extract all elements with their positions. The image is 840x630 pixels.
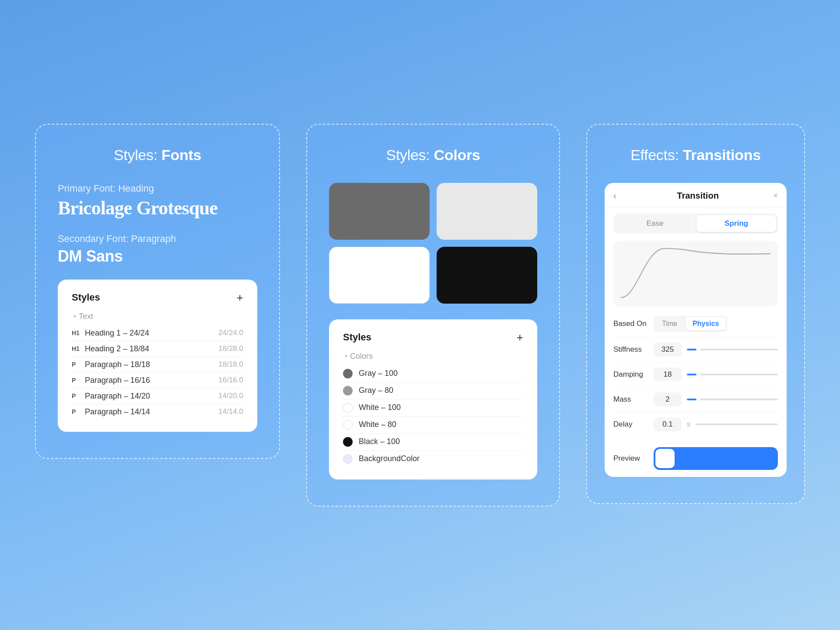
tab-spring[interactable]: Spring — [696, 215, 776, 232]
fonts-styles-panel: Styles + ▾ Text H1 Heading 1 – 24/24 24/… — [58, 280, 257, 432]
based-on-tab-group: Time Physics — [654, 316, 727, 332]
based-on-label: Based On — [613, 319, 648, 328]
colors-section-label: Colors — [350, 352, 373, 361]
mass-value: 2 — [654, 392, 682, 406]
style-value: 24/24.0 — [218, 329, 243, 337]
color-name: BackgroundColor — [359, 454, 420, 463]
colors-title-prefix: Styles: — [386, 147, 434, 163]
mass-track — [700, 399, 778, 400]
secondary-font-name: DM Sans — [58, 247, 257, 266]
preview-row: Preview — [605, 441, 787, 477]
tab-physics[interactable]: Physics — [686, 317, 726, 330]
delay-label: Delay — [613, 420, 648, 429]
delay-value: 0.1 — [654, 417, 682, 431]
modal-title: Transition — [623, 191, 774, 201]
style-value: 14/14.0 — [218, 407, 243, 416]
swatch-white — [329, 247, 430, 304]
color-list-item: BackgroundColor — [343, 451, 523, 467]
modal-back-button[interactable]: ‹ — [613, 191, 616, 201]
secondary-font-label: Secondary Font: Paragraph — [58, 233, 257, 245]
color-dot — [343, 386, 353, 396]
modal-close-button[interactable]: × — [773, 191, 778, 200]
secondary-font-section: Secondary Font: Paragraph DM Sans — [58, 233, 257, 266]
delay-slider[interactable] — [696, 424, 778, 425]
mass-label: Mass — [613, 395, 648, 404]
modal-header: ‹ Transition × — [605, 183, 787, 207]
fonts-panel-add-button[interactable]: + — [237, 292, 243, 303]
style-value: 18/18.0 — [218, 360, 243, 369]
style-name: Paragraph – 18/18 — [85, 360, 215, 369]
stiffness-row: Stiffness 325 — [613, 337, 778, 362]
colors-card-title: Styles: Colors — [329, 147, 537, 164]
colors-styles-panel: Styles + ▾ Colors Gray – 100 Gray – 80 W… — [329, 319, 537, 480]
modal-tabs: Ease Spring — [613, 214, 778, 234]
fonts-panel-header: Styles + — [72, 292, 243, 303]
color-swatches-grid — [329, 183, 537, 304]
font-style-item: H1 Heading 2 – 18/84 18/28.0 — [72, 341, 243, 357]
toggle-knob — [655, 449, 675, 468]
color-dot — [343, 369, 353, 378]
damping-slider[interactable] — [687, 374, 778, 375]
tab-ease[interactable]: Ease — [615, 215, 695, 232]
swatch-black — [437, 247, 537, 304]
mass-row: Mass 2 — [613, 387, 778, 412]
fonts-title-prefix: Styles: — [114, 147, 161, 163]
stiffness-slider[interactable] — [687, 349, 778, 350]
delay-row: Delay 0.1 s — [613, 412, 778, 437]
colors-list: Gray – 100 Gray – 80 White – 100 White –… — [343, 365, 523, 467]
chevron-icon: ▾ — [345, 353, 347, 359]
fonts-card-title: Styles: Fonts — [58, 147, 257, 164]
primary-font-section: Primary Font: Heading Bricolage Grotesqu… — [58, 183, 257, 219]
font-style-item: P Paragraph – 14/14 14/14.0 — [72, 404, 243, 420]
style-tag: P — [72, 361, 81, 368]
swatch-gray — [329, 183, 430, 240]
color-dot — [343, 437, 353, 447]
transition-modal: ‹ Transition × Ease Spring Based On — [605, 183, 787, 477]
transitions-title-bold: Transitions — [683, 147, 761, 163]
slider-minus-icon — [687, 399, 696, 400]
swatch-lightgray — [437, 183, 537, 240]
colors-card: Styles: Colors Styles + ▾ Colors Gray – … — [306, 124, 560, 507]
style-name: Heading 1 – 24/24 — [85, 329, 215, 338]
colors-panel-title: Styles — [343, 332, 371, 343]
style-value: 16/16.0 — [218, 376, 243, 385]
style-name: Paragraph – 14/14 — [85, 407, 215, 416]
transitions-card: Effects: Transitions ‹ Transition × Ease… — [586, 124, 805, 504]
slider-minus-icon — [687, 374, 696, 375]
colors-section-header: ▾ Colors — [343, 352, 523, 361]
delay-track — [696, 424, 778, 425]
damping-label: Damping — [613, 370, 648, 379]
stiffness-track — [700, 349, 778, 350]
style-value: 14/20.0 — [218, 392, 243, 400]
colors-title-bold: Colors — [434, 147, 480, 163]
color-name: Gray – 80 — [359, 386, 393, 395]
color-name: White – 80 — [359, 420, 396, 429]
tab-time[interactable]: Time — [655, 317, 684, 330]
style-tag: H1 — [72, 345, 81, 352]
preview-toggle[interactable] — [654, 447, 778, 470]
slider-minus-icon — [687, 349, 696, 350]
primary-font-name: Bricolage Grotesque — [58, 197, 257, 219]
style-name: Paragraph – 14/20 — [85, 392, 215, 401]
damping-value: 18 — [654, 368, 682, 382]
damping-track — [700, 374, 778, 375]
fonts-panel-title: Styles — [72, 292, 100, 303]
colors-panel-add-button[interactable]: + — [517, 332, 523, 343]
stiffness-value: 325 — [654, 343, 682, 357]
style-tag: P — [72, 377, 81, 384]
color-name: White – 100 — [359, 403, 401, 412]
stiffness-label: Stiffness — [613, 345, 648, 354]
color-list-item: White – 100 — [343, 399, 523, 416]
fonts-section-header: ▾ Text — [72, 312, 243, 321]
mass-slider[interactable] — [687, 399, 778, 400]
style-tag: P — [72, 408, 81, 415]
color-list-item: Gray – 100 — [343, 365, 523, 382]
color-dot — [343, 403, 353, 413]
fonts-styles-list: ▾ Text H1 Heading 1 – 24/24 24/24.0 H1 H… — [72, 312, 243, 420]
fonts-card: Styles: Fonts Primary Font: Heading Bric… — [35, 124, 280, 459]
transitions-title-prefix: Effects: — [630, 147, 683, 163]
color-dot — [343, 420, 353, 430]
font-style-item: P Paragraph – 14/20 14/20.0 — [72, 388, 243, 404]
fonts-title-bold: Fonts — [161, 147, 201, 163]
style-tag: H1 — [72, 329, 81, 336]
